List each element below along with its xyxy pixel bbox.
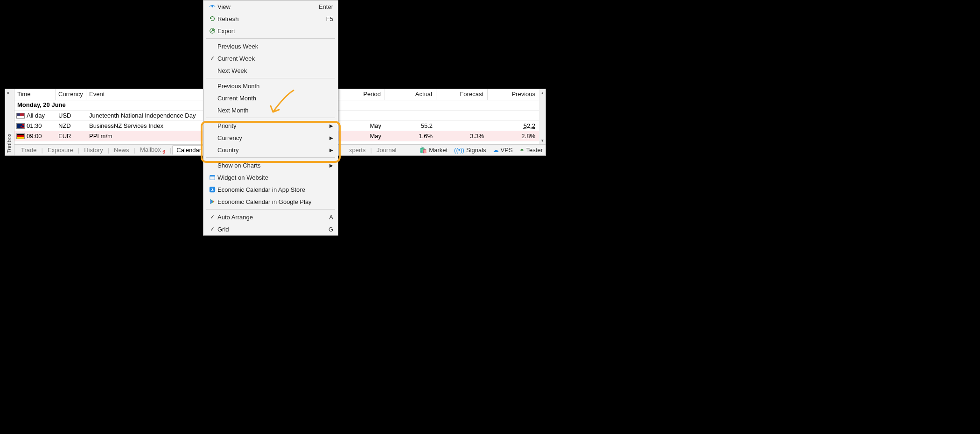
export-icon [207, 28, 217, 34]
cloud-icon: ☁ [493, 147, 499, 154]
menu-next-week[interactable]: Next Week [203, 64, 338, 77]
tab-news[interactable]: News [110, 146, 133, 154]
flag-icon [16, 123, 25, 129]
menu-prev-week[interactable]: Previous Week [203, 40, 338, 52]
chevron-right-icon: ▶ [329, 135, 333, 140]
menu-show-on-charts[interactable]: Show on Charts▶ [203, 159, 338, 171]
gear-icon: ✶ [519, 147, 525, 154]
scroll-down-icon[interactable]: ▾ [539, 137, 546, 144]
eye-icon [207, 3, 217, 10]
svg-rect-3 [210, 175, 215, 177]
menu-widget[interactable]: Widget on Website [203, 171, 338, 183]
svg-point-0 [211, 6, 213, 7]
menu-priority[interactable]: Priority▶ [203, 119, 338, 132]
cell-previous: 52.2 [488, 122, 539, 129]
tab-history[interactable]: History [80, 146, 106, 154]
col-currency[interactable]: Currency [56, 89, 86, 100]
check-icon [207, 226, 217, 232]
menu-separator [206, 157, 335, 158]
menu-appstore[interactable]: Economic Calendar in App Store [203, 183, 338, 196]
cell-period: May [334, 133, 385, 140]
cell-time: All day [27, 112, 45, 119]
vps-link[interactable]: ☁VPS [493, 147, 513, 154]
menu-auto-arrange[interactable]: Auto ArrangeA [203, 211, 338, 223]
cell-previous: 2.8% [488, 133, 539, 140]
menu-next-month[interactable]: Next Month [203, 104, 338, 116]
cell-period: May [334, 122, 385, 129]
cell-forecast: 3.3% [436, 133, 488, 140]
scroll-up-icon[interactable]: ▴ [539, 89, 546, 97]
check-icon [207, 214, 217, 220]
cell-actual: 1.6% [385, 133, 436, 140]
close-icon[interactable]: × [7, 90, 9, 96]
flag-icon [16, 113, 25, 119]
cell-time: 09:00 [27, 133, 42, 140]
cell-currency: NZD [56, 122, 86, 129]
menu-view[interactable]: View Enter [203, 0, 338, 13]
refresh-icon [207, 15, 217, 22]
calendar-icon [207, 174, 217, 181]
context-menu: View Enter Refresh F5 Export Previous We… [203, 0, 338, 236]
col-forecast[interactable]: Forecast [436, 89, 488, 100]
col-period[interactable]: Period [334, 89, 385, 100]
chevron-right-icon: ▶ [329, 147, 333, 153]
tab-journal[interactable]: Journal [373, 146, 400, 154]
cell-time: 01:30 [27, 122, 42, 129]
appstore-icon [207, 186, 217, 193]
tab-mailbox[interactable]: Mailbox 6 [136, 145, 169, 155]
menu-googleplay[interactable]: Economic Calendar in Google Play [203, 196, 338, 208]
cell-currency: EUR [56, 133, 86, 140]
menu-refresh[interactable]: Refresh F5 [203, 13, 338, 25]
check-icon [207, 55, 217, 62]
market-link[interactable]: 🛍️Market [420, 147, 448, 154]
signals-link[interactable]: ((•))Signals [454, 147, 486, 154]
menu-current-month[interactable]: Current Month [203, 92, 338, 104]
tab-calendar[interactable]: Calendar [172, 145, 205, 154]
menu-country[interactable]: Country▶ [203, 144, 338, 156]
bag-icon: 🛍️ [420, 147, 427, 154]
toolbox-sidebar: × Toolbox [5, 89, 14, 155]
mailbox-count: 6 [162, 149, 165, 154]
googleplay-icon [207, 198, 217, 205]
col-previous[interactable]: Previous [488, 89, 539, 100]
chevron-right-icon: ▶ [329, 123, 333, 128]
menu-separator [206, 38, 335, 39]
flag-icon [16, 133, 25, 139]
menu-grid[interactable]: GridG [203, 223, 338, 235]
tab-trade[interactable]: Trade [17, 146, 40, 154]
tab-experts[interactable]: xperts [345, 146, 369, 154]
chevron-right-icon: ▶ [329, 163, 333, 168]
col-actual[interactable]: Actual [385, 89, 436, 100]
tabbar-right: 🛍️Market ((•))Signals ☁VPS ✶Tester [420, 147, 543, 154]
menu-export[interactable]: Export [203, 25, 338, 37]
signals-icon: ((•)) [454, 147, 464, 154]
cell-actual: 55.2 [385, 122, 436, 129]
cell-currency: USD [56, 112, 86, 119]
menu-separator [206, 78, 335, 78]
tester-link[interactable]: ✶Tester [519, 147, 543, 154]
tab-exposure[interactable]: Exposure [44, 146, 77, 154]
menu-currency[interactable]: Currency▶ [203, 132, 338, 144]
menu-current-week[interactable]: Current Week [203, 52, 338, 64]
menu-prev-month[interactable]: Previous Month [203, 80, 338, 92]
menu-separator [206, 118, 335, 118]
toolbox-label: Toolbox [6, 133, 13, 153]
menu-separator [206, 209, 335, 210]
col-time[interactable]: Time [14, 89, 56, 100]
